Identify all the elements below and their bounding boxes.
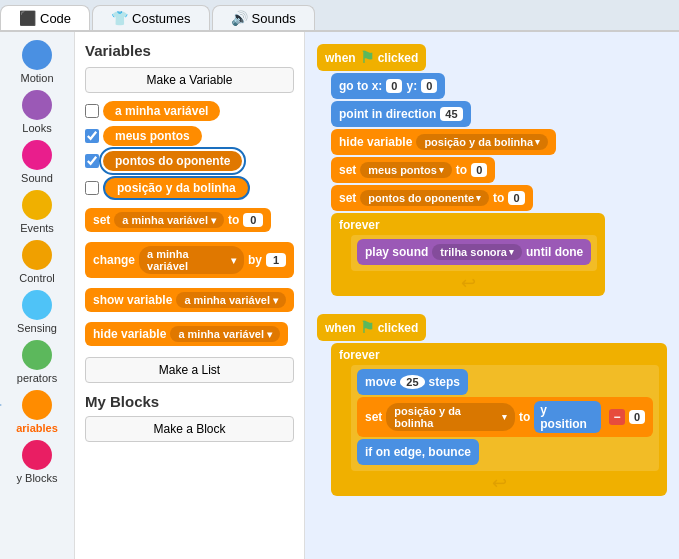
set-pontos-val[interactable]: 0 xyxy=(508,191,524,205)
var-pill-pontos[interactable]: meus pontos xyxy=(103,126,202,146)
tab-costumes[interactable]: 👕 Costumes xyxy=(92,5,210,30)
tab-code[interactable]: ⬛ Code xyxy=(0,5,90,30)
forever-block-1[interactable]: forever play sound trilha sonora until d… xyxy=(331,213,605,296)
point-val[interactable]: 45 xyxy=(440,107,462,121)
set-pontos-row: set pontos do oponente to 0 xyxy=(331,185,667,211)
sidebar-item-looks-label: Looks xyxy=(22,122,51,134)
forever-label-2: forever xyxy=(339,348,380,362)
tab-code-label: Code xyxy=(40,11,71,26)
sound-circle xyxy=(22,140,52,170)
set-meus-dropdown[interactable]: meus pontos xyxy=(360,162,451,178)
minus-button[interactable]: − xyxy=(609,409,625,425)
sidebar-item-operators[interactable]: perators xyxy=(17,340,57,384)
my-blocks-title: My Blocks xyxy=(85,393,294,410)
myblocks-circle xyxy=(22,440,52,470)
set-posicao-block[interactable]: set posição y da bolinha to y position −… xyxy=(357,397,653,437)
play-sound-dropdown[interactable]: trilha sonora xyxy=(432,244,522,260)
sidebar-item-motion[interactable]: Motion xyxy=(20,40,53,84)
make-variable-button[interactable]: Make a Variable xyxy=(85,67,294,93)
show-block[interactable]: show variable a minha variável xyxy=(85,288,294,312)
var-row-oponente: pontos do oponente xyxy=(85,151,294,171)
when-clicked-row-1: when ⚑ clicked xyxy=(317,44,667,71)
var-pill-posicao[interactable]: posição y da bolinha xyxy=(103,176,250,200)
sidebar-item-events-label: Events xyxy=(20,222,54,234)
sidebar-item-sound[interactable]: Sound xyxy=(21,140,53,184)
set-meus-val[interactable]: 0 xyxy=(471,163,487,177)
set-posicao-row: set posição y da bolinha to y position −… xyxy=(357,397,653,437)
play-sound-block[interactable]: play sound trilha sonora until done xyxy=(357,239,591,265)
sidebar-item-sensing-label: Sensing xyxy=(17,322,57,334)
hide-var-dropdown[interactable]: a minha variável xyxy=(170,326,280,342)
forever-notch-1: ↩ xyxy=(339,274,597,292)
var-checkbox-minha[interactable] xyxy=(85,104,99,118)
variables-circle xyxy=(22,390,52,420)
hide-var-dropdown-script[interactable]: posição y da bolinha xyxy=(416,134,548,150)
main-area: Motion Looks Sound Events Control Sensin… xyxy=(0,32,679,559)
when-label-2: when xyxy=(325,321,356,335)
set-value[interactable]: 0 xyxy=(243,213,263,227)
set-var-dropdown[interactable]: a minha variável xyxy=(114,212,224,228)
forever-block-2[interactable]: forever move 25 steps xyxy=(331,343,667,496)
var-checkbox-pontos[interactable] xyxy=(85,129,99,143)
sidebar-item-control[interactable]: Control xyxy=(19,240,54,284)
var-row-minha: a minha variável xyxy=(85,101,294,121)
sidebar: Motion Looks Sound Events Control Sensin… xyxy=(0,32,75,559)
show-block-row: show variable a minha variável xyxy=(85,288,294,317)
hide-var-block[interactable]: hide variable posição y da bolinha xyxy=(331,129,556,155)
var-checkbox-posicao[interactable] xyxy=(85,181,99,195)
sidebar-item-sound-label: Sound xyxy=(21,172,53,184)
operators-circle xyxy=(22,340,52,370)
sidebar-item-variables[interactable]: ariables xyxy=(16,390,58,434)
move-val[interactable]: 25 xyxy=(400,375,424,389)
sidebar-item-motion-label: Motion xyxy=(20,72,53,84)
set-posicao-dropdown[interactable]: posição y da bolinha xyxy=(386,403,515,431)
tab-sounds[interactable]: 🔊 Sounds xyxy=(212,5,315,30)
when-clicked-block-1[interactable]: when ⚑ clicked xyxy=(317,44,426,71)
clicked-label-1: clicked xyxy=(378,51,419,65)
flag-icon-1: ⚑ xyxy=(360,48,374,67)
hide-block[interactable]: hide variable a minha variável xyxy=(85,322,288,346)
move-block[interactable]: move 25 steps xyxy=(357,369,468,395)
change-block[interactable]: change a minha variável by 1 xyxy=(85,242,294,278)
tab-costumes-label: Costumes xyxy=(132,11,191,26)
svg-marker-0 xyxy=(0,400,2,410)
goto-block[interactable]: go to x: 0 y: 0 xyxy=(331,73,445,99)
set-posicao-val[interactable]: 0 xyxy=(629,410,645,424)
sidebar-item-myblocks[interactable]: y Blocks xyxy=(17,440,58,484)
sidebar-item-looks[interactable]: Looks xyxy=(22,90,52,134)
make-list-button[interactable]: Make a List xyxy=(85,357,294,383)
control-circle xyxy=(22,240,52,270)
set-meus-block[interactable]: set meus pontos to 0 xyxy=(331,157,495,183)
sidebar-item-operators-label: perators xyxy=(17,372,57,384)
show-var-dropdown[interactable]: a minha variável xyxy=(176,292,286,308)
bounce-block[interactable]: if on edge, bounce xyxy=(357,439,479,465)
set-block[interactable]: set a minha variável to 0 xyxy=(85,208,271,232)
sidebar-item-sensing[interactable]: Sensing xyxy=(17,290,57,334)
script-area: when ⚑ clicked go to x: 0 y: 0 point in … xyxy=(305,32,679,559)
sidebar-item-control-label: Control xyxy=(19,272,54,284)
block-section: set a minha variável to 0 change a minha… xyxy=(85,208,294,351)
move-row: move 25 steps xyxy=(357,369,653,395)
play-sound-row: play sound trilha sonora until done xyxy=(357,239,591,265)
var-row-posicao: posição y da bolinha xyxy=(85,176,294,200)
forever-inner-1: play sound trilha sonora until done xyxy=(351,235,597,271)
goto-x-val[interactable]: 0 xyxy=(386,79,402,93)
y-position-block[interactable]: y position xyxy=(534,401,601,433)
change-value[interactable]: 1 xyxy=(266,253,286,267)
tab-sounds-label: Sounds xyxy=(252,11,296,26)
var-checkbox-oponente[interactable] xyxy=(85,154,99,168)
var-pill-minha[interactable]: a minha variável xyxy=(103,101,220,121)
point-block[interactable]: point in direction 45 xyxy=(331,101,471,127)
forever-inner-2: move 25 steps set posição y da bolinha t… xyxy=(351,365,659,471)
change-var-dropdown[interactable]: a minha variável xyxy=(139,246,244,274)
when-clicked-block-2[interactable]: when ⚑ clicked xyxy=(317,314,426,341)
make-block-button[interactable]: Make a Block xyxy=(85,416,294,442)
set-pontos-dropdown[interactable]: pontos do oponente xyxy=(360,190,489,206)
var-pill-oponente[interactable]: pontos do oponente xyxy=(103,151,242,171)
flag-icon-2: ⚑ xyxy=(360,318,374,337)
set-pontos-block[interactable]: set pontos do oponente to 0 xyxy=(331,185,533,211)
arrow-indicator xyxy=(0,394,12,416)
costumes-icon: 👕 xyxy=(111,10,128,26)
sidebar-item-events[interactable]: Events xyxy=(20,190,54,234)
goto-y-val[interactable]: 0 xyxy=(421,79,437,93)
